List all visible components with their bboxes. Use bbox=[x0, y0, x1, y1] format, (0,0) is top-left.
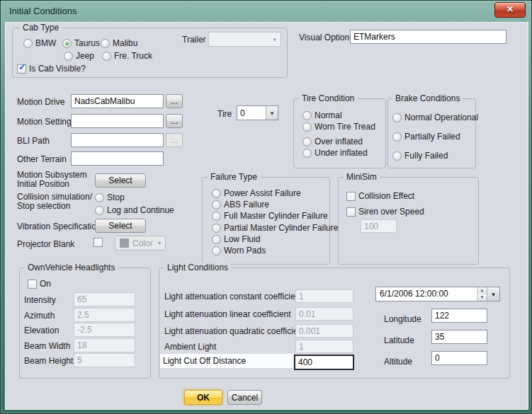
latitude-input[interactable] bbox=[431, 330, 487, 344]
is-cab-visible-label[interactable]: Is Cab Visible? bbox=[29, 64, 86, 74]
radio-fre-truck[interactable] bbox=[102, 52, 111, 61]
dialog-body: Cab Type BMW Taurus Malibu Jeep Fre. Tru… bbox=[5, 22, 528, 410]
vibration-select-button[interactable]: Select bbox=[95, 219, 146, 233]
bli-path-browse-button[interactable]: ... bbox=[166, 133, 183, 147]
trailer-dropdown[interactable]: ▾ bbox=[208, 32, 281, 47]
radio-under-inflated-label[interactable]: Under inflated bbox=[315, 148, 368, 158]
radio-tire-normal-label[interactable]: Normal bbox=[315, 110, 342, 120]
radio-worn-pads-label[interactable]: Worn Pads bbox=[224, 246, 266, 255]
color-swatch-icon bbox=[120, 238, 129, 248]
collision-effect-checkbox[interactable] bbox=[346, 192, 356, 201]
trailer-label: Trailer bbox=[182, 35, 206, 45]
radio-normal-operational-label[interactable]: Normal Operational bbox=[404, 113, 478, 122]
light-attenuation-constant-input[interactable] bbox=[295, 289, 353, 303]
radio-stop[interactable] bbox=[95, 193, 104, 202]
radio-stop-label[interactable]: Stop bbox=[107, 192, 125, 202]
bli-path-input[interactable] bbox=[71, 133, 164, 147]
radio-under-inflated[interactable] bbox=[302, 149, 312, 158]
radio-power-assist-failure-label[interactable]: Power Assist Failure bbox=[224, 188, 301, 198]
radio-fully-failed[interactable] bbox=[392, 151, 402, 161]
radio-malibu-label[interactable]: Malibu bbox=[113, 38, 137, 48]
elevation-input[interactable] bbox=[74, 323, 135, 337]
motion-drive-label: Motion Drive bbox=[17, 97, 64, 107]
motion-subsystem-select-button[interactable]: Select bbox=[95, 173, 146, 188]
tire-condition-group bbox=[293, 98, 386, 168]
projector-blank-checkbox[interactable] bbox=[94, 238, 103, 247]
motion-subsystem-label-line1: Motion Subsystem bbox=[17, 170, 87, 180]
datetime-dropdown-button[interactable]: ▾ bbox=[487, 287, 499, 301]
motion-settings-input[interactable] bbox=[71, 114, 164, 128]
motion-drive-input[interactable] bbox=[71, 94, 164, 108]
radio-worn-pads[interactable] bbox=[212, 246, 221, 255]
beam-height-input[interactable] bbox=[74, 353, 135, 367]
radio-log-and-continue-label[interactable]: Log and Continue bbox=[107, 205, 174, 215]
is-cab-visible-checkbox[interactable]: ✓ bbox=[17, 64, 26, 74]
radio-abs-failure-label[interactable]: ABS Failure bbox=[224, 200, 269, 209]
ok-button[interactable]: OK bbox=[184, 390, 222, 405]
radio-malibu[interactable] bbox=[101, 39, 110, 48]
azimuth-input[interactable] bbox=[74, 308, 135, 322]
chevron-down-icon: ▾ bbox=[266, 106, 278, 120]
close-button[interactable]: ✕ bbox=[494, 2, 526, 18]
altitude-label: Altitude bbox=[384, 357, 412, 367]
radio-log-and-continue[interactable] bbox=[95, 206, 104, 215]
radio-power-assist-failure[interactable] bbox=[212, 189, 221, 198]
headlights-on-checkbox[interactable] bbox=[28, 280, 37, 289]
radio-worn-tire-tread-label[interactable]: Worn Tire Tread bbox=[315, 122, 375, 132]
intensity-input[interactable] bbox=[74, 292, 135, 306]
datetime-value: 6/1/2006 12:00:00 bbox=[376, 287, 477, 301]
radio-partially-failed[interactable] bbox=[392, 132, 402, 142]
headlights-legend: OwnVehicle Headlights bbox=[25, 263, 118, 272]
radio-over-inflated[interactable] bbox=[302, 137, 312, 146]
radio-over-inflated-label[interactable]: Over inflated bbox=[315, 137, 363, 146]
beam-width-input[interactable] bbox=[74, 338, 135, 352]
radio-abs-failure[interactable] bbox=[212, 200, 221, 209]
tire-dropdown[interactable]: 0 ▾ bbox=[237, 105, 278, 120]
motion-settings-label: Motion Settings bbox=[17, 117, 76, 127]
light-cutoff-input[interactable] bbox=[294, 355, 354, 370]
radio-low-fluid[interactable] bbox=[212, 235, 221, 244]
latitude-label: Latitude bbox=[384, 335, 414, 345]
siren-speed-input[interactable] bbox=[361, 219, 397, 233]
datetime-picker[interactable]: 6/1/2006 12:00:00 ▴ ▾ ▾ bbox=[375, 287, 500, 301]
visual-options-input[interactable] bbox=[350, 30, 506, 44]
radio-normal-operational[interactable] bbox=[392, 113, 402, 122]
radio-fre-truck-label[interactable]: Fre. Truck bbox=[114, 51, 152, 61]
radio-partial-master-cylinder-failure[interactable] bbox=[212, 224, 221, 233]
radio-taurus-label[interactable]: Taurus bbox=[74, 38, 100, 48]
radio-fully-failed-label[interactable]: Fully Failed bbox=[404, 151, 448, 161]
light-attenuation-linear-input[interactable] bbox=[295, 307, 353, 321]
color-picker-button[interactable]: Color ▾ bbox=[115, 236, 166, 251]
radio-low-fluid-label[interactable]: Low Fluid bbox=[224, 234, 260, 244]
radio-partial-master-cylinder-failure-label[interactable]: Partial Master Cylinder Failure bbox=[224, 223, 338, 233]
radio-partially-failed-label[interactable]: Partially Failed bbox=[404, 132, 460, 142]
tire-label: Tire bbox=[217, 109, 232, 119]
light-attenuation-quadratic-input[interactable] bbox=[295, 324, 353, 338]
motion-settings-browse-button[interactable]: ... bbox=[166, 114, 183, 128]
siren-over-speed-checkbox[interactable] bbox=[346, 207, 356, 217]
other-terrain-input[interactable] bbox=[71, 151, 164, 166]
radio-worn-tire-tread[interactable] bbox=[302, 122, 312, 132]
motion-drive-browse-button[interactable]: ... bbox=[166, 94, 183, 108]
radio-full-master-cylinder-failure-label[interactable]: Full Master Cylinder Failure bbox=[224, 211, 328, 221]
radio-jeep-label[interactable]: Jeep bbox=[76, 51, 94, 61]
radio-bmw-label[interactable]: BMW bbox=[35, 38, 56, 48]
intensity-label: Intensity bbox=[24, 295, 56, 305]
cancel-button[interactable]: Cancel bbox=[227, 390, 262, 405]
siren-over-speed-label[interactable]: Siren over Speed bbox=[358, 207, 424, 217]
collision-effect-label[interactable]: Collision Effect bbox=[358, 191, 414, 201]
radio-full-master-cylinder-failure[interactable] bbox=[212, 212, 221, 221]
radio-bmw[interactable] bbox=[23, 39, 33, 48]
datetime-spinner[interactable]: ▴ ▾ bbox=[477, 287, 487, 301]
radio-jeep[interactable] bbox=[64, 52, 73, 61]
radio-tire-normal[interactable] bbox=[302, 111, 312, 120]
cab-type-legend: Cab Type bbox=[20, 23, 62, 33]
light-attenuation-linear-label: Light attenuation linear coefficient bbox=[164, 309, 291, 319]
ambient-light-input[interactable] bbox=[295, 340, 353, 353]
beam-width-label: Beam Width bbox=[24, 341, 70, 351]
headlights-on-label[interactable]: On bbox=[40, 279, 51, 289]
longitude-input[interactable] bbox=[431, 309, 487, 323]
chevron-down-icon: ▾ bbox=[268, 33, 281, 46]
altitude-input[interactable] bbox=[431, 351, 487, 365]
radio-taurus[interactable] bbox=[62, 39, 72, 48]
